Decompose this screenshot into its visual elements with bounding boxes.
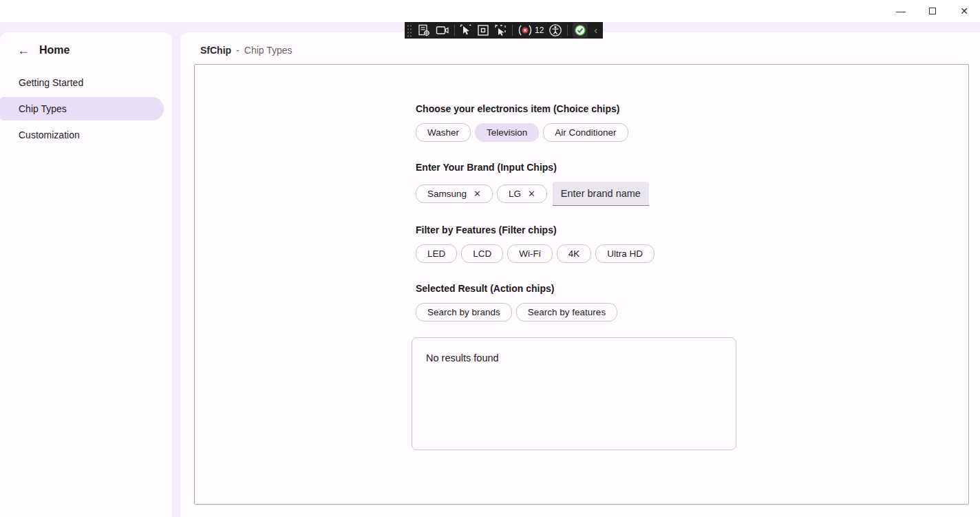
screen-record-icon[interactable] [436, 22, 449, 39]
chip-search-by-features[interactable]: Search by features [516, 303, 617, 321]
sidebar-nav: Getting Started Chip Types Customization [0, 71, 172, 147]
chip-ultra-hd[interactable]: Ultra HD [595, 244, 654, 263]
window-minimize-button[interactable]: — [885, 0, 917, 22]
demo-panel: Choose your electronics item (Choice chi… [194, 64, 969, 505]
chip-close-icon[interactable]: ✕ [473, 189, 481, 198]
chip-air-conditioner[interactable]: Air Conditioner [543, 123, 628, 142]
chip-4k[interactable]: 4K [557, 244, 592, 263]
chip-lcd[interactable]: LCD [461, 244, 503, 263]
chip-television[interactable]: Television [475, 123, 539, 142]
chip-led[interactable]: LED [416, 244, 457, 263]
chip-samsung[interactable]: Samsung ✕ [416, 184, 493, 203]
result-text: No results found [426, 352, 722, 363]
filter-chips-label: Filter by Features (Filter chips) [416, 224, 968, 235]
close-icon: ✕ [960, 6, 968, 16]
window-titlebar: — ✕ [0, 0, 980, 22]
toolbar-grip-handle[interactable] [406, 23, 412, 37]
sidebar-item-chip-types[interactable]: Chip Types [0, 97, 164, 120]
back-arrow-icon[interactable]: ← [17, 44, 30, 56]
chip-wifi[interactable]: Wi-Fi [507, 244, 552, 263]
main-content: SfChip - Chip Types Choose your electron… [180, 32, 980, 517]
accessibility-icon[interactable] [548, 22, 562, 39]
status-ok-tile[interactable] [573, 23, 588, 38]
filter-chip-group: LED LCD Wi-Fi 4K Ultra HD [416, 244, 968, 263]
toolbar-separator [454, 25, 455, 36]
toolbar-separator [567, 25, 568, 36]
select-frame-icon[interactable] [494, 22, 507, 39]
app-window: — ✕ [0, 0, 980, 517]
maximize-icon [929, 8, 936, 14]
frame-outline-icon[interactable] [477, 22, 489, 39]
error-count-badge: 12 [535, 25, 544, 35]
chip-lg[interactable]: LG ✕ [497, 184, 547, 203]
window-maximize-button[interactable] [917, 0, 948, 22]
result-box: No results found [412, 337, 736, 450]
hot-reload-errors-icon[interactable] [518, 22, 533, 39]
chip-search-by-brands[interactable]: Search by brands [416, 303, 512, 321]
live-visual-tree-icon[interactable] [417, 22, 431, 39]
sidebar: ← Home Getting Started Chip Types Custom… [0, 32, 172, 517]
sidebar-item-getting-started[interactable]: Getting Started [0, 71, 164, 94]
demo-content: Choose your electronics item (Choice chi… [416, 65, 968, 450]
brand-name-input[interactable] [553, 182, 649, 206]
action-chip-group: Search by brands Search by features [416, 303, 968, 321]
breadcrumb-control-name: SfChip [200, 45, 231, 56]
choice-chip-group: Washer Television Air Conditioner [416, 123, 968, 142]
chip-close-icon[interactable]: ✕ [528, 189, 535, 198]
select-element-icon[interactable] [460, 22, 472, 39]
minimize-icon: — [896, 6, 906, 16]
input-chip-group: Samsung ✕ LG ✕ [416, 182, 968, 206]
input-chips-label: Enter Your Brand (Input Chips) [416, 162, 968, 173]
breadcrumb-page-name: Chip Types [244, 45, 292, 56]
toolbar-collapse-chevron-icon[interactable]: ‹ [593, 23, 599, 38]
chip-lg-label: LG [509, 189, 521, 199]
chip-samsung-label: Samsung [427, 189, 467, 199]
toolbar-separator [512, 25, 513, 36]
sidebar-header: ← Home [0, 32, 172, 56]
breadcrumb-separator: - [236, 45, 239, 56]
choice-chips-label: Choose your electronics item (Choice chi… [416, 103, 968, 114]
window-close-button[interactable]: ✕ [948, 0, 980, 22]
breadcrumb: SfChip - Chip Types [200, 45, 292, 56]
chip-washer[interactable]: Washer [416, 123, 471, 142]
action-chips-label: Selected Result (Action chips) [416, 283, 968, 294]
debug-toolbar: 12 ‹ [405, 22, 603, 39]
sidebar-title: Home [39, 44, 70, 56]
sidebar-item-customization[interactable]: Customization [0, 123, 164, 147]
